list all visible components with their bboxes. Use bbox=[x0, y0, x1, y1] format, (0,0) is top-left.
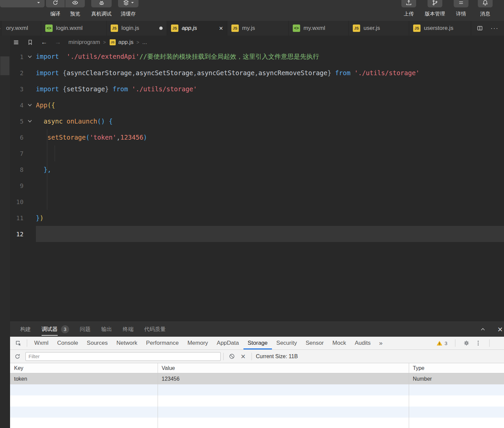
current-size-label: Current Size: 11B bbox=[256, 353, 298, 360]
editor-tab-user.js[interactable]: JSuser.js bbox=[349, 21, 409, 36]
editor-tab-my.wxml[interactable]: <>my.wxml bbox=[289, 21, 349, 36]
table-cell: 123456 bbox=[158, 373, 409, 384]
devtools-tab-sources[interactable]: Sources bbox=[82, 337, 112, 349]
toolbar-button-branch[interactable]: 版本管理 bbox=[422, 0, 448, 17]
fold-chevron-icon[interactable] bbox=[23, 120, 36, 123]
devtools-tab-memory[interactable]: Memory bbox=[183, 337, 212, 349]
column-header-key[interactable]: Key bbox=[10, 363, 158, 373]
devtools-tab-appdata[interactable]: AppData bbox=[212, 337, 243, 349]
toolbar-button-label[interactable]: 清缓存 bbox=[115, 11, 141, 17]
more-actions-icon[interactable]: ··· bbox=[491, 25, 499, 32]
panel-tab-终端[interactable]: 终端 bbox=[123, 322, 133, 337]
code-line: 12 bbox=[10, 226, 504, 242]
editor-tab-app.js[interactable]: JSapp.js× bbox=[167, 21, 227, 36]
js-file-icon: JS bbox=[111, 25, 118, 32]
line-number: 6 bbox=[10, 134, 23, 141]
toolbar-button-bug[interactable] bbox=[91, 0, 112, 7]
clear-icon[interactable]: × bbox=[241, 352, 245, 361]
devtools-tab-audits[interactable]: Audits bbox=[350, 337, 375, 349]
collapse-panel-icon[interactable] bbox=[480, 326, 486, 333]
toolbar-button-upload[interactable]: 上传 bbox=[396, 0, 422, 17]
code-line: 4App({ bbox=[10, 97, 504, 113]
breadcrumb-more[interactable]: ... bbox=[142, 39, 147, 46]
panel-tab-构建[interactable]: 构建 bbox=[20, 322, 31, 337]
editor-tab-ory.wxml[interactable]: ory.wxml bbox=[2, 21, 41, 36]
nav-forward-icon[interactable]: → bbox=[55, 39, 61, 46]
devtools-tab-performance[interactable]: Performance bbox=[142, 337, 183, 349]
outline-icon[interactable] bbox=[13, 39, 19, 46]
warnings-indicator[interactable]: 3 bbox=[436, 340, 447, 346]
table-filler-row[interactable] bbox=[10, 395, 504, 407]
branch-icon bbox=[428, 0, 442, 7]
compile-mode-dropdown-button[interactable] bbox=[0, 0, 45, 7]
code-text: import {setStorage} from './utils/storag… bbox=[36, 85, 197, 93]
fold-chevron-icon[interactable] bbox=[23, 103, 36, 107]
settings-gear-icon[interactable] bbox=[463, 340, 470, 346]
column-header-type[interactable]: Type bbox=[409, 363, 504, 373]
code-text: import './utils/extendApi'//要使封装的模块挂载到全局… bbox=[36, 52, 319, 61]
toolbar-button-label[interactable]: 真机调试 bbox=[85, 11, 118, 17]
line-number: 7 bbox=[10, 150, 23, 157]
table-row[interactable]: token123456Number bbox=[10, 373, 504, 384]
table-cell bbox=[158, 384, 409, 395]
devtools-tab-mock[interactable]: Mock bbox=[328, 337, 350, 349]
devtools-tab-network[interactable]: Network bbox=[112, 337, 142, 349]
table-cell bbox=[158, 407, 409, 418]
column-header-value[interactable]: Value bbox=[158, 363, 409, 373]
code-line: 8 }, bbox=[10, 161, 504, 178]
code-editor[interactable]: 1import './utils/extendApi'//要使封装的模块挂载到全… bbox=[0, 49, 504, 322]
editor-tab-login.js[interactable]: JSlogin.js bbox=[107, 21, 167, 36]
more-tabs-icon[interactable]: » bbox=[375, 339, 387, 347]
code-text: setStorage('token',123456) bbox=[36, 134, 147, 141]
toolbar-button-bell[interactable]: 消息 bbox=[472, 0, 498, 17]
table-cell bbox=[409, 384, 504, 395]
toolbar-button-eye[interactable] bbox=[65, 0, 85, 7]
bottom-panel-tabs: 构建调试器3问题输出终端代码质量 × bbox=[0, 322, 504, 337]
devtools-tab-sensor[interactable]: Sensor bbox=[301, 337, 328, 349]
breadcrumb-file[interactable]: app.js bbox=[118, 39, 133, 46]
toolbar-button-refresh[interactable] bbox=[46, 0, 65, 7]
kebab-menu-icon[interactable] bbox=[475, 340, 482, 346]
editor-tab-login.wxml[interactable]: <>login.wxml bbox=[41, 21, 107, 36]
toolbar-button-label[interactable]: 预览 bbox=[64, 11, 86, 17]
code-line: 1import './utils/extendApi'//要使封装的模块挂载到全… bbox=[10, 49, 504, 65]
panel-tab-代码质量[interactable]: 代码质量 bbox=[144, 322, 166, 337]
upload-icon bbox=[401, 0, 416, 7]
panel-tab-问题[interactable]: 问题 bbox=[80, 322, 91, 337]
fold-chevron-icon[interactable] bbox=[23, 55, 36, 58]
editor-tab-my.js[interactable]: JSmy.js bbox=[227, 21, 289, 36]
breadcrumb-folder[interactable]: miniprogram bbox=[68, 39, 100, 46]
table-filler-row[interactable] bbox=[10, 384, 504, 395]
inspect-element-icon[interactable] bbox=[13, 338, 24, 348]
close-tab-icon[interactable]: × bbox=[219, 25, 223, 32]
devtools-tab-console[interactable]: Console bbox=[53, 337, 82, 349]
bookmark-icon[interactable] bbox=[27, 39, 34, 46]
toolbar-button-lines[interactable]: 详情 bbox=[448, 0, 474, 17]
panel-tab-输出[interactable]: 输出 bbox=[101, 322, 112, 337]
refresh-icon[interactable] bbox=[14, 353, 21, 360]
panel-tab-调试器[interactable]: 调试器3 bbox=[42, 322, 69, 337]
table-filler-row[interactable] bbox=[10, 407, 504, 418]
bug-icon bbox=[98, 0, 105, 6]
devtools-tab-wxml[interactable]: Wxml bbox=[30, 337, 53, 349]
devtools-tab-security[interactable]: Security bbox=[272, 337, 301, 349]
divider bbox=[489, 339, 490, 347]
table-filler-row[interactable] bbox=[10, 418, 504, 428]
wxml-file-icon: <> bbox=[45, 25, 53, 32]
split-editor-icon[interactable] bbox=[477, 25, 483, 32]
line-number: 2 bbox=[10, 69, 23, 77]
devtools-panel: WxmlConsoleSourcesNetworkPerformanceMemo… bbox=[10, 337, 504, 428]
nav-back-icon[interactable]: ← bbox=[41, 39, 47, 46]
table-cell bbox=[10, 384, 158, 395]
scrollbar-thumb[interactable] bbox=[0, 56, 9, 75]
devtools-tab-storage[interactable]: Storage bbox=[243, 337, 272, 349]
code-line: 9 bbox=[10, 178, 504, 194]
table-cell: token bbox=[10, 373, 158, 384]
wxml-file-icon: <> bbox=[293, 25, 300, 32]
toolbar-button-layers[interactable] bbox=[118, 0, 138, 7]
editor-tab-userstore.js[interactable]: JSuserstore.js bbox=[409, 21, 471, 36]
code-text: }) bbox=[36, 214, 44, 222]
filter-input[interactable] bbox=[25, 352, 221, 361]
close-panel-icon[interactable]: × bbox=[498, 325, 503, 334]
block-clear-icon[interactable] bbox=[229, 353, 235, 360]
